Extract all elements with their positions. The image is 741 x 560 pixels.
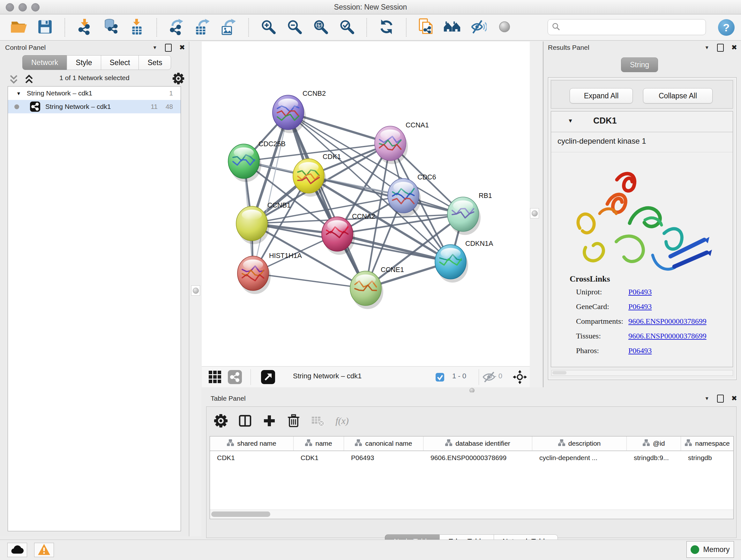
crosslink-link[interactable]: 9606.ENSP00000378699	[628, 317, 706, 326]
table-cell[interactable]: CDK1	[293, 451, 344, 464]
collection-expand-icon[interactable]: ▼	[16, 91, 21, 96]
node-CCNA1[interactable]: CCNA1	[375, 121, 429, 164]
network-edge-count: 48	[165, 103, 173, 111]
left-splitter[interactable]	[190, 42, 201, 537]
export-table-icon	[194, 18, 211, 37]
table-cell[interactable]: 9606.ENSP00000378699	[423, 451, 532, 464]
memory-button[interactable]: Memory	[686, 541, 734, 558]
import-table-icon	[129, 18, 145, 37]
export-image-button[interactable]	[219, 18, 238, 37]
crosslink-link[interactable]: P06493	[628, 302, 652, 311]
delete-column-icon[interactable]	[286, 414, 301, 428]
network-options-gear-icon[interactable]	[172, 72, 185, 86]
export-table-button[interactable]	[193, 18, 212, 37]
table-row[interactable]: CDK1CDK1P064939606.ENSP00000378699cyclin…	[210, 451, 733, 464]
right-splitter[interactable]	[530, 42, 543, 387]
selected-checkbox-icon[interactable]	[434, 370, 445, 384]
panel-collapse-icon[interactable]	[152, 45, 157, 51]
toolbar-separator	[251, 369, 251, 385]
refresh-button[interactable]	[377, 18, 396, 37]
panel-float-icon[interactable]	[165, 44, 172, 52]
node-CDKN1A[interactable]: CDKN1A	[435, 240, 493, 283]
network-collection-bar: 1 of 1 Network selected	[0, 72, 189, 84]
save-session-button[interactable]	[36, 18, 54, 37]
birdseye-icon[interactable]	[513, 370, 527, 384]
node-HIST1H1A[interactable]: HIST1H1A	[238, 252, 302, 294]
node-RB1[interactable]: RB1	[448, 192, 492, 235]
table-settings-gear-icon[interactable]	[213, 414, 228, 428]
gene-header-row[interactable]: ▼ CDK1	[551, 111, 733, 132]
tab-select[interactable]: Select	[101, 55, 139, 70]
detach-view-icon[interactable]	[261, 370, 275, 384]
grid-view-icon[interactable]	[208, 370, 222, 384]
panel-float-icon[interactable]	[717, 395, 724, 402]
table-horizontal-scrollbar[interactable]	[210, 509, 733, 519]
open-session-button[interactable]	[10, 18, 28, 37]
table-cell[interactable]: stringdb	[681, 451, 734, 464]
warnings-button[interactable]	[34, 543, 54, 557]
panel-close-icon[interactable]	[731, 394, 737, 402]
node-CCNB2[interactable]: CCNB2	[273, 90, 326, 133]
add-column-icon[interactable]	[262, 414, 277, 428]
share-view-icon[interactable]	[228, 370, 242, 384]
right-splitter-knob[interactable]	[530, 208, 539, 219]
help-button[interactable]: ?	[718, 19, 735, 36]
table-cell[interactable]: P06493	[344, 451, 423, 464]
gene-collapse-icon[interactable]: ▼	[568, 118, 573, 124]
edge-CCNB2-CCNE1[interactable]	[288, 112, 366, 288]
hide-unhide-button[interactable]	[469, 18, 488, 37]
panel-collapse-icon[interactable]	[704, 45, 710, 51]
search-input[interactable]	[562, 23, 705, 32]
zoom-selected-button[interactable]	[338, 18, 356, 37]
edge-CCNB2-HIST1H1A[interactable]	[253, 112, 288, 273]
column-header-name[interactable]: name	[293, 436, 344, 450]
import-network-database-button[interactable]	[102, 18, 120, 37]
collapse-all-button[interactable]: Collapse All	[643, 88, 713, 104]
panel-close-icon[interactable]	[179, 44, 185, 52]
gene-description-row: cyclin-dependent kinase 1	[551, 132, 733, 152]
left-splitter-knob[interactable]	[191, 286, 200, 296]
shared-column-icon	[355, 439, 362, 448]
export-network-button[interactable]	[167, 18, 186, 37]
search-field[interactable]	[548, 19, 706, 35]
expand-all-button[interactable]: Expand All	[569, 88, 633, 104]
table-splitter[interactable]	[202, 387, 741, 392]
cloud-button[interactable]	[7, 543, 27, 557]
show-columns-icon[interactable]	[238, 414, 253, 428]
network-view-toolbar: String Network – cdk1 1 - 0 0 - 0	[202, 366, 530, 387]
table-cell[interactable]: cyclin-dependent ...	[532, 451, 627, 464]
toolbar-separator	[248, 18, 249, 37]
network-status-dot	[14, 105, 19, 109]
panel-collapse-icon[interactable]	[704, 395, 710, 401]
tab-string[interactable]: String	[621, 57, 658, 72]
panel-float-icon[interactable]	[717, 44, 724, 52]
network-home-button[interactable]	[443, 18, 461, 37]
zoom-in-button[interactable]	[259, 18, 278, 37]
table-cell[interactable]: CDK1	[210, 451, 293, 464]
column-header-description[interactable]: description	[532, 436, 627, 450]
column-header-@id[interactable]: @id	[627, 436, 681, 450]
column-header-namespace[interactable]: namespace	[681, 436, 734, 450]
column-header-database-identifier[interactable]: database identifier	[423, 436, 532, 450]
zoom-out-button[interactable]	[285, 18, 304, 37]
share-document-button[interactable]	[417, 18, 435, 37]
import-network-button[interactable]	[75, 18, 94, 37]
panel-close-icon[interactable]	[731, 44, 737, 52]
status-bar: Memory	[0, 540, 741, 560]
tab-style[interactable]: Style	[67, 55, 101, 70]
network-collection-row[interactable]: ▼ String Network – cdk1 1	[8, 86, 181, 100]
column-header-canonical-name[interactable]: canonical name	[344, 436, 423, 450]
import-table-button[interactable]	[128, 18, 146, 37]
crosslink-link[interactable]: P06493	[628, 347, 652, 355]
results-horizontal-scrollbar[interactable]	[551, 370, 733, 376]
network-row[interactable]: String Network – cdk1 11 48	[8, 100, 181, 113]
table-cell[interactable]: stringdb:9...	[627, 451, 681, 464]
column-header-shared-name[interactable]: shared name	[210, 436, 293, 450]
crosslink-link[interactable]: P06493	[628, 288, 652, 296]
preview-button[interactable]	[495, 18, 514, 37]
zoom-fit-button[interactable]	[312, 18, 330, 37]
network-canvas[interactable]: CCNB2CCNA1CDC25BCDK1CDC6RB1CCNB1CCNA2CDK…	[202, 42, 530, 366]
crosslink-link[interactable]: 9606.ENSP00000378699	[628, 332, 706, 340]
tab-sets[interactable]: Sets	[138, 55, 171, 70]
tab-network[interactable]: Network	[22, 55, 67, 70]
